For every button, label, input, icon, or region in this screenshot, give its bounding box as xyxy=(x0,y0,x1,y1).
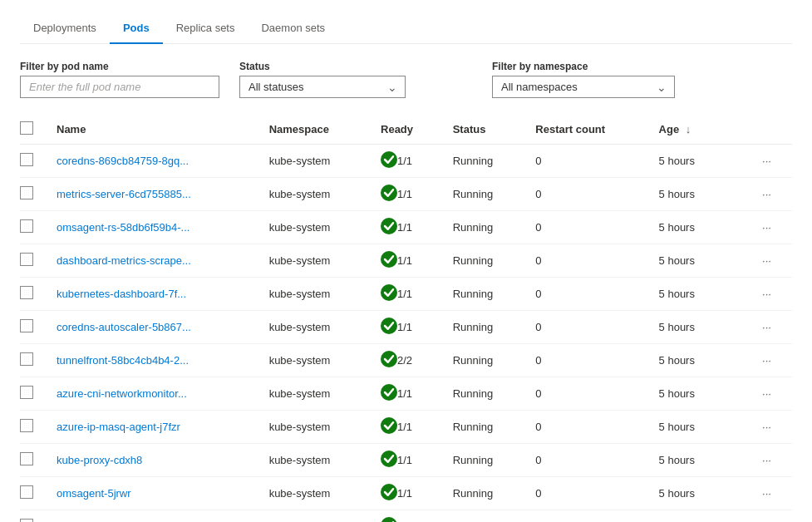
pod-name[interactable]: omsagent-rs-58db6f59b4-... xyxy=(47,211,259,244)
pod-actions[interactable]: ··· xyxy=(752,244,792,278)
table-row: kube-proxy-cdxh8kube-system 1/1Running05… xyxy=(20,444,792,477)
pod-status: Running xyxy=(443,477,526,510)
ready-value: 1/1 xyxy=(397,254,412,267)
row-checkbox-cell[interactable] xyxy=(20,178,47,211)
row-checkbox-cell[interactable] xyxy=(20,477,47,510)
row-checkbox[interactable] xyxy=(20,219,33,233)
col-header-restart-count: Restart count xyxy=(525,115,648,145)
svg-point-5 xyxy=(381,318,397,334)
pod-status: Running xyxy=(443,344,526,377)
pod-name[interactable]: coredns-autoscaler-5b867... xyxy=(47,311,259,344)
pod-actions[interactable]: ··· xyxy=(752,344,792,377)
pod-name[interactable]: dashboard-metrics-scrape... xyxy=(47,244,259,278)
status-select-wrapper: All statuses Running Pending Failed xyxy=(239,76,406,98)
pod-ready: 1/1 xyxy=(371,244,443,278)
pod-actions[interactable]: ··· xyxy=(752,278,792,311)
namespace-select[interactable]: All namespaces default kube-system xyxy=(492,76,675,98)
pod-age: 5 hours xyxy=(649,377,752,411)
select-all-header[interactable] xyxy=(20,115,47,145)
pod-restart-count: 0 xyxy=(525,477,648,510)
row-checkbox-cell[interactable] xyxy=(20,377,47,411)
pod-status: Running xyxy=(443,244,526,278)
table-row: coredns-869cb84759-8gq...kube-system 1/1… xyxy=(20,145,792,178)
row-checkbox[interactable] xyxy=(20,286,33,299)
filter-bar: Filter by pod name Status All statuses R… xyxy=(20,61,792,98)
pod-age: 5 hours xyxy=(649,145,752,178)
ready-status-icon xyxy=(381,185,397,204)
select-all-checkbox[interactable] xyxy=(20,121,33,135)
pod-namespace: kube-system xyxy=(259,178,371,211)
row-checkbox-cell[interactable] xyxy=(20,311,47,344)
row-checkbox-cell[interactable] xyxy=(20,444,47,477)
pod-name[interactable]: azure-cni-networkmonitor... xyxy=(47,377,259,411)
tab-daemon-sets[interactable]: Daemon sets xyxy=(248,13,338,44)
row-checkbox-cell[interactable] xyxy=(20,211,47,244)
pod-actions[interactable]: ··· xyxy=(752,377,792,411)
pod-name[interactable]: omsagent-5jrwr xyxy=(47,477,259,510)
pod-name[interactable]: kubernetes-dashboard-7f... xyxy=(47,278,259,311)
pod-actions[interactable]: ··· xyxy=(752,211,792,244)
ready-status-icon xyxy=(381,451,397,470)
row-checkbox[interactable] xyxy=(20,153,33,166)
row-checkbox[interactable] xyxy=(20,319,33,332)
row-checkbox[interactable] xyxy=(20,253,33,266)
row-checkbox[interactable] xyxy=(20,352,33,366)
table-row: tunnelfront-58bc4cb4b4-2...kube-system 2… xyxy=(20,344,792,377)
ready-status-icon xyxy=(381,151,397,170)
row-checkbox[interactable] xyxy=(20,519,33,522)
pod-actions[interactable]: ··· xyxy=(752,477,792,510)
pod-name[interactable]: azure-ip-masq-agent-j7fzr xyxy=(47,411,259,444)
tab-deployments[interactable]: Deployments xyxy=(20,13,110,44)
pod-actions[interactable]: ··· xyxy=(752,145,792,178)
pod-actions[interactable]: ··· xyxy=(752,311,792,344)
ready-value: 2/2 xyxy=(397,354,412,367)
pod-namespace: kube-system xyxy=(259,278,371,311)
pod-actions[interactable]: ··· xyxy=(752,510,792,523)
pod-status: Running xyxy=(443,411,526,444)
tab-pods[interactable]: Pods xyxy=(110,13,163,44)
pod-namespace: kube-system xyxy=(259,510,371,523)
row-checkbox-cell[interactable] xyxy=(20,411,47,444)
row-checkbox[interactable] xyxy=(20,452,33,465)
pod-name[interactable]: coredns-869cb84759-8gq... xyxy=(47,145,259,178)
pod-status: Running xyxy=(443,510,526,523)
pod-restart-count: 0 xyxy=(525,178,648,211)
row-checkbox-cell[interactable] xyxy=(20,344,47,377)
svg-point-2 xyxy=(381,218,397,234)
ready-status-icon xyxy=(381,251,397,270)
svg-point-4 xyxy=(381,284,397,301)
pod-restart-count: 0 xyxy=(525,444,648,477)
row-checkbox-cell[interactable] xyxy=(20,510,47,523)
status-select[interactable]: All statuses Running Pending Failed xyxy=(239,76,406,98)
row-checkbox-cell[interactable] xyxy=(20,244,47,278)
pod-status: Running xyxy=(443,178,526,211)
pod-ready: 1/1 xyxy=(371,278,443,311)
row-checkbox[interactable] xyxy=(20,186,33,199)
tab-replica-sets[interactable]: Replica sets xyxy=(163,13,249,44)
row-checkbox-cell[interactable] xyxy=(20,278,47,311)
ready-status-icon xyxy=(381,218,397,237)
pod-restart-count: 0 xyxy=(525,211,648,244)
pod-restart-count: 0 xyxy=(525,278,648,311)
pod-ready: 1/1 xyxy=(371,311,443,344)
pod-name[interactable]: coredns-869cb84759-knqcg xyxy=(47,510,259,523)
pod-name[interactable]: kube-proxy-cdxh8 xyxy=(47,444,259,477)
pod-restart-count: 0 xyxy=(525,145,648,178)
pod-actions[interactable]: ··· xyxy=(752,411,792,444)
pod-name[interactable]: metrics-server-6cd755885... xyxy=(47,178,259,211)
row-checkbox[interactable] xyxy=(20,386,33,399)
pod-ready: 1/1 xyxy=(371,444,443,477)
row-checkbox-cell[interactable] xyxy=(20,145,47,178)
pod-actions[interactable]: ··· xyxy=(752,178,792,211)
row-checkbox[interactable] xyxy=(20,419,33,432)
pod-restart-count: 0 xyxy=(525,244,648,278)
pod-name-input[interactable] xyxy=(20,76,219,98)
pod-namespace: kube-system xyxy=(259,411,371,444)
col-header-age[interactable]: Age ↓ xyxy=(649,115,752,145)
ready-value: 1/1 xyxy=(397,487,412,500)
row-checkbox[interactable] xyxy=(20,485,33,499)
pod-ready: 1/1 xyxy=(371,377,443,411)
pod-name[interactable]: tunnelfront-58bc4cb4b4-2... xyxy=(47,344,259,377)
namespace-filter-label: Filter by namespace xyxy=(492,61,675,72)
pod-actions[interactable]: ··· xyxy=(752,444,792,477)
